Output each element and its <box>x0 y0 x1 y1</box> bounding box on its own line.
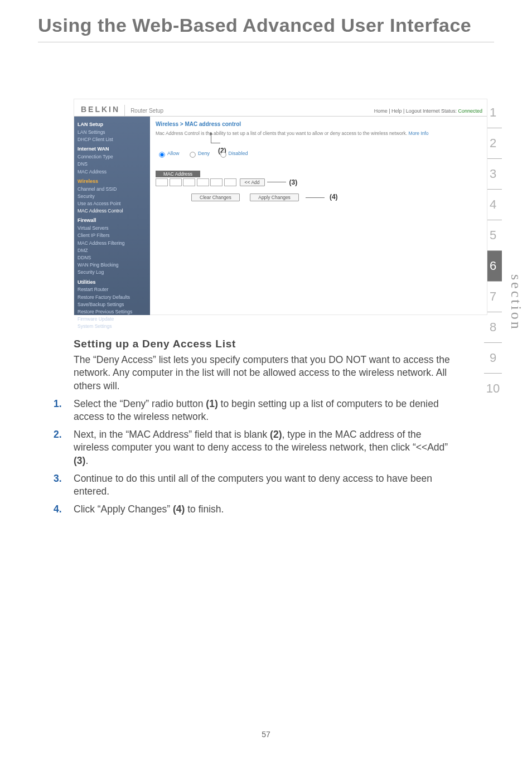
callout-arrow-icon <box>211 133 220 143</box>
radio-deny[interactable]: Deny <box>186 151 210 156</box>
step-1: 1. Select the “Deny” radio button (1) to… <box>54 398 453 424</box>
sidebar-item-dhcp[interactable]: DHCP Client List <box>78 136 147 143</box>
sidebar-item-security[interactable]: Security <box>78 193 147 200</box>
radio-disabled[interactable]: Disabled <box>217 151 248 156</box>
more-info-link[interactable]: More Info <box>409 130 429 136</box>
router-brand: BELKIN <box>80 105 125 116</box>
sidebar-item-use-as-ap[interactable]: Use as Access Point <box>78 200 147 207</box>
step-4-num: 4. <box>54 503 69 516</box>
page-number: 57 <box>0 730 532 739</box>
clear-changes-button[interactable]: Clear Changes <box>191 193 240 201</box>
sidebar-item-ddns[interactable]: DDNS <box>78 254 147 262</box>
step-1-num: 1. <box>54 398 69 411</box>
callout-3: (3) <box>289 178 298 186</box>
page-title: Using the Web-Based Advanced User Interf… <box>0 0 532 36</box>
sidebar-item-system[interactable]: System Settings <box>78 323 147 330</box>
sidebar-item-client-ip[interactable]: Client IP Filters <box>78 232 147 239</box>
router-title: Router Setup <box>125 108 374 116</box>
body-intro: The “Deny Access” list lets you specify … <box>74 354 453 393</box>
radio-disabled-input[interactable] <box>220 152 226 157</box>
body-text: Setting up a Deny Access List The “Deny … <box>74 337 453 521</box>
step-4: 4. Click “Apply Changes” (4) to finish. <box>54 503 453 516</box>
sidebar-item-dns[interactable]: DNS <box>78 161 147 168</box>
content-breadcrumb: Wireless > MAC address control <box>156 121 481 127</box>
sidebar-item-channel-ssid[interactable]: Channel and SSID <box>78 186 147 193</box>
callout-4: (4) <box>330 193 338 201</box>
step-3-num: 3. <box>54 472 69 486</box>
content-description: Mac Address Control is the ability to se… <box>156 130 481 137</box>
sidebar-item-firmware[interactable]: Firmware Update <box>78 316 147 323</box>
router-screenshot: BELKIN Router Setup Home | Help | Logout… <box>74 99 487 315</box>
sidebar-group-wireless[interactable]: Wireless <box>78 178 147 186</box>
sidebar-item-restart[interactable]: Restart Router <box>78 286 147 293</box>
callout-line-3 <box>267 182 286 182</box>
step-2-num: 2. <box>54 428 69 442</box>
mac-field-2[interactable] <box>170 178 182 186</box>
router-header-links: Home | Help | Logout Internet Status: Co… <box>374 108 482 116</box>
sidebar-item-save-backup[interactable]: Save/Backup Settings <box>78 301 147 308</box>
mac-address-fields <box>156 178 236 186</box>
sidebar-group-firewall[interactable]: Firewall <box>78 217 147 225</box>
sidebar-item-dmz[interactable]: DMZ <box>78 247 147 254</box>
sidebar-item-virtual-servers[interactable]: Virtual Servers <box>78 225 147 232</box>
title-divider <box>38 42 494 42</box>
radio-row: Allow Deny Disabled <box>156 149 481 158</box>
radio-deny-input[interactable] <box>190 152 195 157</box>
section-tab-9[interactable]: 9 <box>484 342 502 373</box>
mac-field-3[interactable] <box>183 178 195 186</box>
sidebar-group-lan[interactable]: LAN Setup <box>78 121 147 129</box>
description-text: Mac Address Control is the ability to se… <box>156 130 407 136</box>
sidebar-item-restore-defaults[interactable]: Restore Factory Defaults <box>78 294 147 301</box>
add-button[interactable]: << Add <box>240 178 265 186</box>
mac-field-1[interactable] <box>156 178 168 186</box>
body-heading: Setting up a Deny Access List <box>74 337 453 351</box>
sidebar-item-connection-type[interactable]: Connection Type <box>78 153 147 161</box>
section-label: section <box>507 274 524 331</box>
section-tab-10[interactable]: 10 <box>484 373 502 404</box>
sidebar-item-mac-filtering[interactable]: MAC Address Filtering <box>78 240 147 247</box>
sidebar-item-mac-control[interactable]: MAC Address Control <box>78 207 147 215</box>
section-tab-8[interactable]: 8 <box>484 312 502 342</box>
sidebar-item-security-log[interactable]: Security Log <box>78 269 147 276</box>
mac-field-5[interactable] <box>210 178 223 186</box>
sidebar-item-lan-settings[interactable]: LAN Settings <box>78 129 147 136</box>
sidebar-item-mac-address[interactable]: MAC Address <box>78 168 147 176</box>
sidebar-group-wan[interactable]: Internet WAN <box>78 146 147 153</box>
mac-field-6[interactable] <box>224 178 236 186</box>
step-2: 2. Next, in the “MAC Address” field that… <box>54 428 453 468</box>
mac-field-4[interactable] <box>197 178 209 186</box>
step-3: 3. Continue to do this until all of the … <box>54 472 453 498</box>
sidebar-item-wan-ping[interactable]: WAN Ping Blocking <box>78 262 147 269</box>
apply-changes-button[interactable]: Apply Changes <box>250 193 299 201</box>
internet-status-value: Connected <box>458 108 482 114</box>
sidebar-group-utilities[interactable]: Utilities <box>78 279 147 287</box>
radio-allow[interactable]: Allow <box>156 151 180 156</box>
mac-address-label: MAC Address <box>156 171 200 177</box>
callout-line-4 <box>306 197 325 198</box>
router-sidebar: LAN Setup LAN Settings DHCP Client List … <box>74 117 150 315</box>
header-links-text: Home | Help | Logout Internet Status: <box>374 108 457 114</box>
sidebar-item-restore-prev[interactable]: Restore Previous Settings <box>78 308 147 316</box>
radio-allow-input[interactable] <box>159 152 165 157</box>
